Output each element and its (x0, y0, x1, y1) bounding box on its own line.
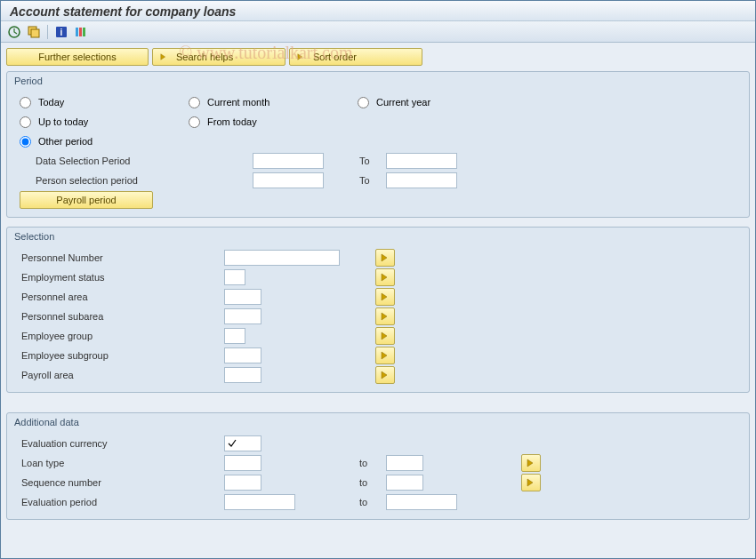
arrow-right-icon (527, 478, 535, 487)
further-selections-label: Further selections (38, 52, 116, 62)
radio-current-month[interactable]: Current month (189, 97, 358, 108)
selection-row: Payroll area (20, 365, 736, 385)
variant-icon[interactable] (26, 24, 42, 40)
radio-current-month-label: Current month (207, 97, 269, 108)
multi-select-button[interactable] (375, 347, 395, 364)
sort-order-label: Sort order (313, 52, 357, 62)
selection-input[interactable] (224, 269, 245, 285)
radio-current-year-label: Current year (376, 97, 430, 108)
selection-row: Employee subgroup (20, 346, 736, 365)
multi-select-button[interactable] (375, 327, 395, 345)
multi-select-button[interactable] (375, 366, 395, 384)
check-icon (227, 438, 237, 449)
selection-input[interactable] (224, 347, 261, 363)
additional-legend: Additional data (12, 415, 744, 430)
arrow-right-icon (381, 312, 390, 321)
sequence-multi-button[interactable] (521, 474, 541, 491)
radio-from-today-label: From today (207, 116, 257, 127)
selection-row: Employee group (20, 326, 736, 346)
selection-input[interactable] (224, 289, 261, 305)
sequence-to-input[interactable] (386, 475, 423, 491)
person-sel-from-input[interactable] (253, 172, 324, 188)
selection-label: Employee group (20, 331, 153, 341)
loan-type-to-input[interactable] (386, 455, 423, 471)
selection-label: Personnel Number (20, 252, 153, 263)
execute-icon[interactable] (6, 24, 22, 40)
layout-icon[interactable] (73, 24, 89, 40)
app-window: Account statement for company loans i © … (0, 0, 756, 559)
radio-other-period[interactable]: Other period (20, 136, 189, 148)
sort-order-button[interactable]: Sort order (289, 48, 422, 66)
search-helps-label: Search helps (176, 52, 233, 62)
period-group: Period Today Current month Current year … (6, 71, 750, 218)
arrow-right-icon (381, 273, 390, 282)
selection-input[interactable] (224, 367, 261, 383)
sequence-to-label: to (359, 477, 386, 488)
data-sel-from-input[interactable] (253, 153, 324, 169)
selection-label: Personnel area (20, 291, 153, 302)
eval-period-from-input[interactable] (224, 494, 295, 510)
svg-rect-2 (31, 29, 39, 37)
title-bar: Account statement for company loans (1, 1, 755, 21)
radio-today[interactable]: Today (20, 97, 189, 108)
radio-other-period-label: Other period (38, 136, 92, 147)
selection-input[interactable] (224, 308, 261, 324)
selection-input[interactable] (224, 250, 340, 266)
multi-select-button[interactable] (375, 268, 395, 286)
data-sel-label: Data Selection Period (20, 156, 153, 166)
loan-type-from-input[interactable] (224, 455, 261, 471)
person-sel-label: Person selection period (20, 175, 153, 186)
selection-label: Employment status (20, 272, 153, 283)
sequence-from-input[interactable] (224, 475, 261, 491)
svg-rect-7 (83, 28, 85, 36)
search-helps-button[interactable]: Search helps (152, 48, 286, 66)
body: © www.tutorialkart.com Further selection… (1, 43, 755, 558)
data-sel-to-input[interactable] (386, 153, 457, 169)
selection-row: Personnel area (20, 287, 736, 307)
eval-currency-input[interactable] (224, 435, 261, 451)
selection-legend: Selection (12, 229, 744, 244)
arrow-right-icon (527, 459, 535, 467)
selection-label: Payroll area (20, 370, 153, 380)
svg-rect-6 (79, 28, 82, 36)
arrow-right-icon (381, 253, 390, 262)
payroll-period-button[interactable]: Payroll period (20, 191, 153, 209)
arrow-right-icon (297, 53, 304, 60)
eval-period-to-input[interactable] (386, 494, 457, 510)
selection-row: Personnel Number (20, 248, 736, 268)
payroll-period-label: Payroll period (56, 195, 116, 205)
sequence-label: Sequence number (20, 477, 153, 488)
selection-group: Selection Personnel NumberEmployment sta… (6, 227, 750, 393)
period-legend: Period (12, 74, 744, 89)
arrow-right-icon (160, 53, 167, 60)
radio-up-to-today[interactable]: Up to today (20, 116, 189, 128)
eval-currency-label: Evaluation currency (20, 438, 153, 449)
window-title: Account statement for company loans (10, 4, 236, 19)
eval-period-to-label: to (359, 497, 386, 507)
selection-row: Employment status (20, 268, 736, 287)
radio-current-year[interactable]: Current year (358, 97, 527, 108)
eval-period-label: Evaluation period (20, 497, 153, 507)
multi-select-button[interactable] (375, 307, 395, 325)
action-button-row: Further selections Search helps Sort ord… (6, 48, 750, 66)
radio-today-label: Today (38, 97, 64, 108)
arrow-right-icon (381, 351, 390, 360)
multi-select-button[interactable] (375, 288, 395, 306)
radio-from-today[interactable]: From today (189, 116, 358, 128)
arrow-right-icon (381, 331, 390, 340)
selection-input[interactable] (224, 328, 245, 344)
info-icon[interactable]: i (53, 24, 69, 40)
further-selections-button[interactable]: Further selections (6, 48, 149, 66)
person-sel-to-input[interactable] (386, 172, 457, 188)
loan-type-to-label: to (359, 458, 386, 468)
svg-text:i: i (60, 28, 63, 37)
loan-type-multi-button[interactable] (521, 454, 541, 472)
additional-group: Additional data Evaluation currency Loan… (6, 412, 750, 520)
arrow-right-icon (381, 292, 390, 301)
data-sel-to-label: To (359, 156, 386, 166)
selection-row: Personnel subarea (20, 307, 736, 326)
multi-select-button[interactable] (375, 249, 395, 267)
toolbar: i (1, 21, 755, 43)
selection-label: Personnel subarea (20, 311, 153, 322)
person-sel-to-label: To (359, 175, 386, 186)
